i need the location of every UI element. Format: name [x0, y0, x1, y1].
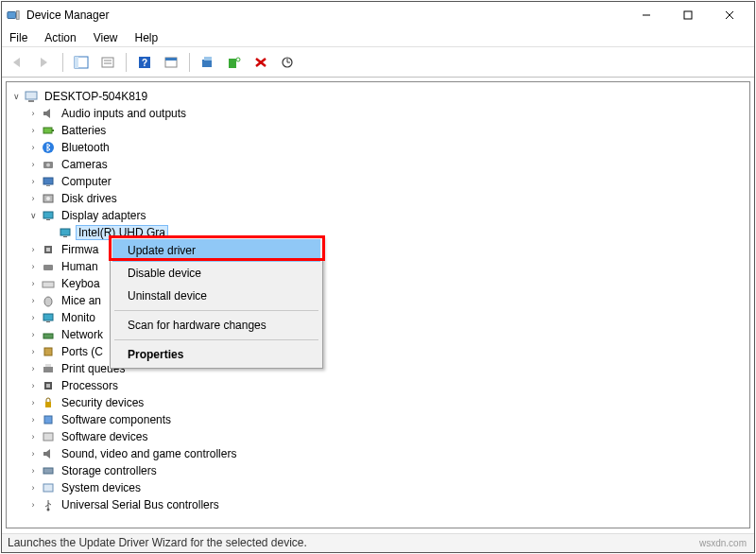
help-button[interactable]: ? — [134, 52, 155, 73]
mouse-icon — [41, 293, 56, 308]
tree-item-cameras[interactable]: ›Cameras — [27, 156, 746, 173]
context-properties[interactable]: Properties — [112, 343, 320, 366]
expand-icon[interactable]: › — [27, 431, 39, 442]
tree-root-label: DESKTOP-504K819 — [43, 90, 149, 103]
collapse-icon[interactable]: ∨ — [27, 210, 39, 221]
svg-rect-42 — [43, 314, 53, 320]
expand-icon[interactable]: › — [27, 448, 39, 459]
tree-item-audio[interactable]: ›Audio inputs and outputs — [27, 105, 746, 122]
tree-item-software-devices[interactable]: ›Software devices — [27, 428, 746, 445]
expand-icon[interactable]: › — [27, 108, 39, 119]
status-text: Launches the Update Driver Wizard for th… — [8, 536, 307, 549]
tree-root[interactable]: ∨ DESKTOP-504K819 — [10, 88, 746, 105]
menu-action[interactable]: Action — [43, 31, 77, 44]
camera-icon — [41, 157, 56, 172]
tree-item-disk-drives[interactable]: ›Disk drives — [27, 190, 746, 207]
tree-item-software-components[interactable]: ›Software components — [27, 411, 746, 428]
context-scan-hardware[interactable]: Scan for hardware changes — [112, 314, 320, 337]
tree-item-usb-controllers[interactable]: ›Universal Serial Bus controllers — [27, 496, 746, 513]
action-button[interactable] — [161, 52, 181, 73]
minimize-button[interactable] — [626, 2, 667, 28]
svg-point-26 — [43, 142, 54, 153]
watermark: wsxdn.com — [699, 538, 747, 548]
svg-rect-54 — [43, 484, 53, 492]
disk-icon — [41, 191, 56, 206]
expand-icon[interactable]: › — [27, 159, 39, 170]
expand-icon[interactable]: › — [27, 193, 39, 204]
expand-icon[interactable]: › — [27, 278, 39, 289]
close-button[interactable] — [709, 2, 750, 28]
svg-text:?: ? — [142, 58, 147, 68]
toolbar-separator — [126, 53, 127, 72]
svg-rect-16 — [204, 57, 212, 61]
svg-rect-15 — [202, 60, 212, 67]
context-update-driver[interactable]: Update driver — [112, 239, 320, 262]
expand-icon[interactable]: › — [27, 176, 39, 187]
expand-icon[interactable]: › — [27, 414, 39, 425]
svg-rect-45 — [44, 348, 52, 355]
expand-icon[interactable]: › — [27, 261, 39, 272]
context-disable-device[interactable]: Disable device — [112, 262, 320, 285]
svg-rect-3 — [684, 11, 692, 19]
context-uninstall-device[interactable]: Uninstall device — [112, 285, 320, 307]
svg-rect-1 — [17, 11, 20, 20]
menubar: File Action View Help — [2, 28, 754, 47]
back-button[interactable] — [8, 52, 28, 73]
expand-icon[interactable]: › — [27, 380, 39, 391]
context-menu: Update driver Disable device Uninstall d… — [110, 236, 323, 369]
menu-view[interactable]: View — [92, 31, 120, 44]
tree-item-system-devices[interactable]: ›System devices — [27, 479, 746, 496]
scan-hardware-button[interactable] — [277, 52, 298, 73]
menu-file[interactable]: File — [8, 31, 29, 44]
expand-icon[interactable]: › — [27, 295, 39, 306]
expand-icon[interactable]: › — [27, 482, 39, 493]
svg-rect-43 — [46, 321, 50, 322]
tree-item-display-adapters[interactable]: ∨Display adapters — [27, 207, 746, 224]
tree-item-processors[interactable]: ›Processors — [27, 377, 746, 394]
expand-icon[interactable]: › — [27, 499, 39, 511]
tree-item-sound[interactable]: ›Sound, video and game controllers — [27, 445, 746, 462]
svg-rect-0 — [8, 12, 16, 19]
disable-device-button[interactable] — [250, 52, 271, 73]
titlebar: Device Manager — [2, 2, 754, 28]
svg-rect-30 — [46, 185, 50, 186]
collapse-icon[interactable]: ∨ — [10, 91, 22, 102]
properties-button[interactable] — [97, 52, 118, 73]
monitor-icon — [41, 310, 56, 325]
tree-item-batteries[interactable]: ›Batteries — [27, 122, 746, 139]
tree-item-storage-controllers[interactable]: ›Storage controllers — [27, 462, 746, 479]
ports-icon — [41, 344, 56, 359]
expand-icon[interactable]: › — [27, 363, 39, 374]
tree-item-computer[interactable]: ›Computer — [27, 173, 746, 190]
svg-rect-35 — [60, 229, 70, 235]
keyboard-icon — [41, 276, 56, 291]
expand-icon[interactable]: › — [27, 465, 39, 476]
software-device-icon — [41, 429, 56, 444]
svg-rect-24 — [43, 128, 52, 133]
svg-point-28 — [46, 164, 50, 167]
expand-icon[interactable]: › — [27, 397, 39, 408]
tree-item-bluetooth[interactable]: ›Bluetooth — [27, 139, 746, 156]
maximize-button[interactable] — [667, 2, 709, 28]
expand-icon[interactable]: › — [27, 329, 39, 340]
sound-icon — [41, 446, 56, 461]
tree-item-security[interactable]: ›Security devices — [27, 394, 746, 411]
uninstall-device-button[interactable] — [224, 52, 245, 73]
svg-rect-29 — [43, 178, 53, 184]
menu-help[interactable]: Help — [133, 31, 161, 44]
expand-icon[interactable]: › — [27, 142, 39, 153]
svg-rect-17 — [229, 59, 236, 68]
svg-rect-49 — [46, 384, 50, 388]
show-hide-tree-button[interactable] — [71, 52, 92, 73]
expand-icon[interactable]: › — [27, 125, 39, 136]
toolbar: ? — [2, 47, 754, 78]
expand-icon[interactable]: › — [27, 312, 39, 323]
svg-rect-51 — [44, 416, 52, 424]
svg-rect-40 — [43, 282, 54, 287]
expand-icon[interactable]: › — [27, 346, 39, 357]
forward-button[interactable] — [34, 52, 55, 73]
expand-icon[interactable]: › — [27, 244, 39, 255]
svg-rect-7 — [75, 57, 78, 68]
toolbar-separator — [189, 53, 190, 72]
update-driver-button[interactable] — [198, 52, 218, 73]
